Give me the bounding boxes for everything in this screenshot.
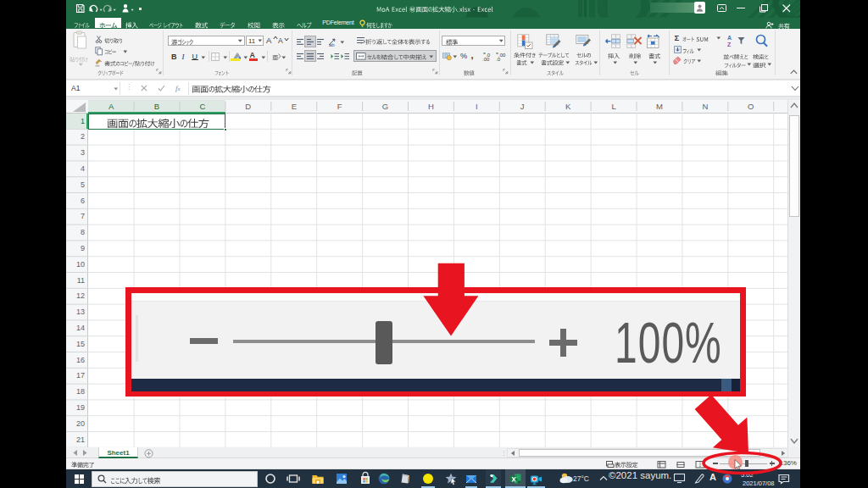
svg-text:A: A [727,35,732,41]
svg-text:ab: ab [329,42,335,47]
svg-text:.00: .00 [482,57,490,62]
svg-text:Z: Z [727,41,732,47]
svg-text:.0: .0 [496,57,501,62]
